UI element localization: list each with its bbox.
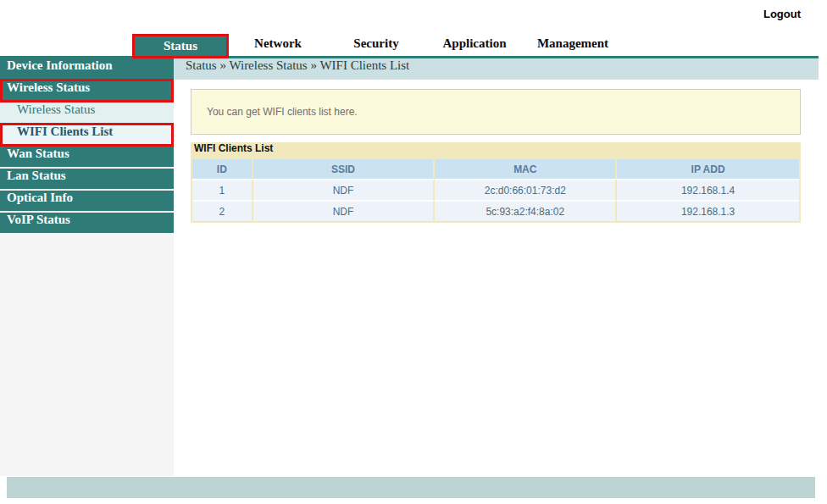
cell-mac: 5c:93:a2:f4:8a:02	[435, 200, 617, 221]
logout-link[interactable]: Logout	[763, 8, 801, 20]
cell-id: 2	[192, 200, 253, 221]
column-header-id: ID	[192, 159, 253, 179]
column-header-ssid: SSID	[253, 159, 436, 179]
table-title: WIFI Clients List	[191, 142, 801, 159]
tab-application[interactable]: Application	[425, 36, 524, 55]
sidebar-item-wan-status[interactable]: Wan Status	[0, 147, 174, 167]
table-header-row: ID SSID MAC IP ADD	[192, 159, 799, 179]
table-inner: ID SSID MAC IP ADD 1 NDF 2c:d0:66:01:73:…	[191, 159, 801, 223]
footer-bar	[7, 477, 815, 498]
table-row: 1 NDF 2c:d0:66:01:73:d2 192.168.1.4	[192, 179, 799, 200]
cell-ip: 192.168.1.3	[617, 200, 799, 221]
cell-ssid: NDF	[253, 179, 436, 200]
column-header-mac: MAC	[435, 159, 617, 179]
cell-id: 1	[192, 179, 253, 200]
info-box: You can get WIFI clients list here.	[191, 89, 801, 135]
content-area: You can get WIFI clients list here. WIFI…	[174, 80, 827, 476]
sidebar-item-device-information[interactable]: Device Information	[0, 58, 174, 79]
breadcrumb: Status » Wireless Status » WIFI Clients …	[174, 58, 819, 80]
cell-mac: 2c:d0:66:01:73:d2	[435, 179, 617, 200]
table-row: 2 NDF 5c:93:a2:f4:8a:02 192.168.1.3	[192, 200, 799, 221]
tab-network[interactable]: Network	[229, 36, 327, 55]
info-box-text: You can get WIFI clients list here.	[207, 106, 358, 118]
tab-status[interactable]: Status	[135, 36, 226, 56]
column-header-ip-add: IP ADD	[617, 159, 799, 179]
sidebar-item-wireless-status[interactable]: Wireless Status	[0, 80, 174, 101]
clients-table: ID SSID MAC IP ADD 1 NDF 2c:d0:66:01:73:…	[192, 159, 799, 221]
sidebar-item-optical-info[interactable]: Optical Info	[0, 191, 174, 211]
sidebar-item-voip-status[interactable]: VoIP Status	[0, 213, 174, 233]
cell-ip: 192.168.1.4	[617, 179, 799, 200]
wifi-clients-table: WIFI Clients List ID SSID MAC IP ADD 1	[191, 142, 801, 223]
router-admin-page: Logout Status Network Security Applicati…	[0, 0, 827, 504]
sidebar-item-lan-status[interactable]: Lan Status	[0, 169, 174, 189]
sidebar-subitem-wireless-status[interactable]: Wireless Status	[0, 102, 174, 123]
sidebar-subitem-wifi-clients-list[interactable]: WIFI Clients List	[0, 125, 174, 145]
cell-ssid: NDF	[253, 200, 436, 221]
tab-management[interactable]: Management	[524, 36, 622, 55]
sidebar: Device Information Wireless Status Wirel…	[0, 58, 174, 476]
tab-security[interactable]: Security	[327, 36, 425, 55]
